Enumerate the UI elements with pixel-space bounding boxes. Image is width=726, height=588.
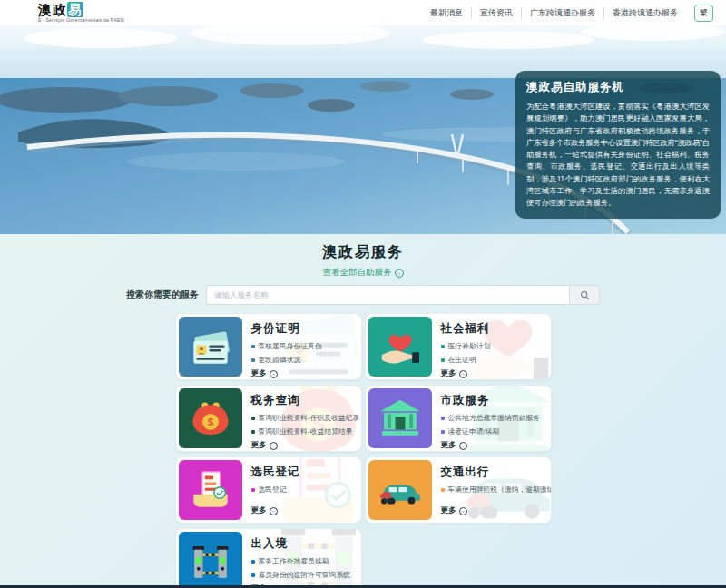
service-card[interactable]: $ 税务查询 查询职业税资料-任职及收益纪录查询职业税资料-收益结算结果 更多 … xyxy=(175,385,362,452)
hero-overlay-title: 澳政易自助服务机 xyxy=(526,80,710,95)
service-item-label: 查核居民身份证真伪 xyxy=(259,341,322,351)
more-label: 更多 xyxy=(441,505,456,516)
service-item-label: 车辆使用牌照税（缴纳，逾期缴纳） xyxy=(448,485,552,495)
service-item-list: 查核居民身份证真伪更改婚姻状况 xyxy=(251,341,355,368)
bullet-marker xyxy=(251,345,255,348)
service-item-label: 更改婚姻状况 xyxy=(259,355,301,365)
arrow-circle-icon: → xyxy=(459,370,467,378)
service-card-title: 交通出行 xyxy=(441,465,544,480)
logo-tagline: E - Serviços Governamentais da RAEM xyxy=(38,18,124,23)
view-all-label: 查看全部自助服务 xyxy=(323,267,392,279)
arrow-circle-icon: → xyxy=(270,507,278,515)
more-link[interactable]: 更多 → xyxy=(251,368,355,379)
arrow-circle-icon: → xyxy=(459,442,467,450)
service-item-list: 车辆使用牌照税（缴纳，逾期缴纳） xyxy=(441,485,544,505)
service-item[interactable]: 读者证申请/续期 xyxy=(441,426,544,436)
service-card[interactable]: 选民登记 选民登记 更多 → xyxy=(175,456,362,524)
view-all-services-link[interactable]: 查看全部自助服务 → xyxy=(0,267,726,279)
service-item[interactable]: 查核居民身份证真伪 xyxy=(251,341,355,351)
more-link[interactable]: 更多 → xyxy=(251,440,355,451)
bullet-marker xyxy=(441,345,445,348)
search-icon xyxy=(580,290,590,300)
more-label: 更多 xyxy=(251,505,267,516)
more-label: 更多 xyxy=(251,440,267,451)
more-link[interactable]: 更多 → xyxy=(441,368,544,379)
service-card[interactable]: 出入境 家务工作外地雇员续期雇员身份的逗留许可查询系统 更多 → xyxy=(175,528,362,588)
arrow-circle-icon: → xyxy=(270,442,278,450)
top-nav: 最新消息 宣传资讯 广东跨境通办服务 香港跨境通办服务 繁 xyxy=(422,5,713,22)
bullet-marker xyxy=(251,416,255,420)
bullet-marker xyxy=(251,573,255,577)
service-card-title: 社会福利 xyxy=(441,321,544,337)
nav-promo-info[interactable]: 宣传资讯 xyxy=(471,7,521,19)
nav-hongkong-crossborder[interactable]: 香港跨境通办服务 xyxy=(603,7,686,19)
service-item-label: 雇员身份的逗留许可查询系统 xyxy=(259,570,350,580)
ballot-icon xyxy=(179,460,242,520)
more-link[interactable]: 更多 → xyxy=(251,505,355,516)
service-item-label: 查询职业税资料-任职及收益纪录 xyxy=(259,413,360,423)
service-item[interactable]: 选民登记 xyxy=(251,485,355,495)
bullet-marker xyxy=(251,560,255,564)
arrow-circle-icon: → xyxy=(270,370,278,378)
service-search: 搜索你需要的服务 xyxy=(0,285,726,305)
site-logo[interactable]: 澳政易 E - Serviços Governamentais da RAEM xyxy=(13,3,124,23)
bullet-marker xyxy=(441,358,445,362)
arrow-circle-icon: → xyxy=(459,507,467,515)
service-item-label: 查询职业税资料-收益结算结果 xyxy=(259,426,353,436)
service-item-label: 医疗补贴计划 xyxy=(448,341,491,351)
border-gate-icon xyxy=(179,532,242,588)
more-label: 更多 xyxy=(441,368,456,379)
service-item[interactable]: 雇员身份的逗留许可查询系统 xyxy=(251,570,355,580)
service-item-list: 家务工作外地雇员续期雇员身份的逗留许可查询系统 xyxy=(251,556,355,583)
vehicles-icon xyxy=(368,460,432,520)
hero-overlay-body: 为配合粤港澳大湾区建设，贯彻落实《粤港澳大湾区发展规划纲要》，助力澳门居民更好融… xyxy=(526,101,710,210)
arrow-circle-icon: → xyxy=(395,269,404,278)
service-item[interactable]: 家务工作外地雇员续期 xyxy=(251,556,355,566)
service-item[interactable]: 查询职业税资料-任职及收益纪录 xyxy=(251,413,355,423)
bullet-marker xyxy=(251,488,255,492)
service-item[interactable]: 车辆使用牌照税（缴纳，逾期缴纳） xyxy=(441,485,544,495)
more-link[interactable]: 更多 → xyxy=(441,440,544,451)
service-item[interactable]: 公共地方总规章缴纳罚款服务 xyxy=(441,413,544,423)
service-card-title: 市政服务 xyxy=(441,393,544,408)
service-item[interactable]: 查询职业税资料-收益结算结果 xyxy=(251,426,355,436)
more-label: 更多 xyxy=(441,440,456,451)
search-label: 搜索你需要的服务 xyxy=(126,289,199,301)
more-label: 更多 xyxy=(251,368,267,379)
service-item-label: 选民登记 xyxy=(259,485,287,495)
service-item[interactable]: 医疗补贴计划 xyxy=(441,341,544,351)
service-item-label: 读者证申请/续期 xyxy=(448,426,500,436)
bullet-marker xyxy=(441,488,445,492)
bank-icon xyxy=(368,388,432,448)
service-item-list: 医疗补贴计划在生证明 xyxy=(441,341,544,368)
services-grid: 身份证明 查核居民身份证真伪更改婚姻状况 更多 → 社会福利 医疗补贴计划在生证… xyxy=(175,313,552,588)
service-card[interactable]: 市政服务 公共地方总规章缴纳罚款服务读者证申请/续期 更多 → xyxy=(365,385,552,452)
search-input[interactable] xyxy=(206,285,569,305)
services-section: 澳政易服务 查看全部自助服务 → 搜索你需要的服务 身份证明 查核居民身份证真伪… xyxy=(0,234,726,588)
search-button[interactable] xyxy=(569,285,600,305)
logo-yi-mark: 易 xyxy=(67,2,83,17)
nav-latest-news[interactable]: 最新消息 xyxy=(422,7,471,19)
service-card[interactable]: 身份证明 查核居民身份证真伪更改婚姻状况 更多 → xyxy=(175,313,362,380)
service-item[interactable]: 在生证明 xyxy=(441,355,544,365)
hero-banner: 澳政易自助服务机 为配合粤港澳大湾区建设，贯彻落实《粤港澳大湾区发展规划纲要》，… xyxy=(0,25,726,234)
service-item[interactable]: 更改婚姻状况 xyxy=(251,355,355,365)
header: 澳政易 E - Serviços Governamentais da RAEM … xyxy=(0,0,726,25)
service-item-list: 公共地方总规章缴纳罚款服务读者证申请/续期 xyxy=(441,413,544,440)
id-card-icon xyxy=(179,317,242,377)
service-item-label: 家务工作外地雇员续期 xyxy=(259,556,329,566)
more-link[interactable]: 更多 → xyxy=(441,505,544,516)
section-title: 澳政易服务 xyxy=(0,243,726,262)
service-card-title: 选民登记 xyxy=(251,465,355,480)
service-item-list: 查询职业税资料-任职及收益纪录查询职业税资料-收益结算结果 xyxy=(251,413,355,440)
language-toggle-button[interactable]: 繁 xyxy=(694,5,713,22)
service-card-title: 身份证明 xyxy=(251,321,355,337)
bullet-marker xyxy=(441,416,445,420)
service-item-list: 选民登记 xyxy=(251,485,355,505)
purse-icon: $ xyxy=(179,388,242,448)
nav-guangdong-crossborder[interactable]: 广东跨境通办服务 xyxy=(521,7,603,19)
service-card[interactable]: 社会福利 医疗补贴计划在生证明 更多 → xyxy=(365,313,552,380)
service-card[interactable]: 交通出行 车辆使用牌照税（缴纳，逾期缴纳） 更多 → xyxy=(365,456,552,524)
service-item-label: 在生证明 xyxy=(448,355,476,365)
hand-heart-icon xyxy=(368,317,432,377)
